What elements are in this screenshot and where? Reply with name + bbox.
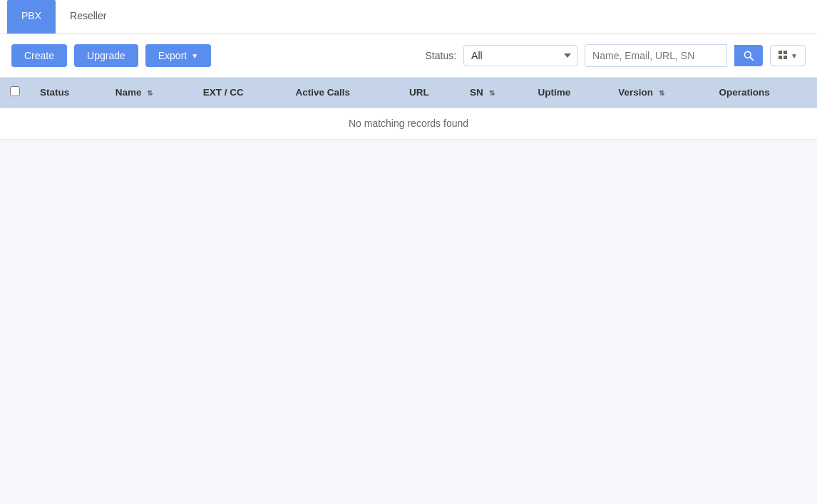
export-arrow-icon: ▼ bbox=[191, 52, 198, 60]
status-label: Status: bbox=[426, 50, 457, 61]
export-button[interactable]: Export ▼ bbox=[145, 44, 211, 67]
tab-reseller[interactable]: Reseller bbox=[56, 0, 120, 34]
toolbar-right: Status: All Online Offline ▼ bbox=[426, 44, 806, 67]
sort-name-icon: ⇅ bbox=[147, 89, 153, 97]
export-label: Export bbox=[158, 50, 187, 61]
tab-bar: PBX Reseller bbox=[0, 0, 817, 34]
svg-line-1 bbox=[750, 57, 753, 60]
col-version[interactable]: Version ⇅ bbox=[608, 78, 709, 108]
table-body: No matching records found bbox=[0, 108, 817, 140]
empty-message: No matching records found bbox=[0, 108, 817, 140]
col-active-calls: Active Calls bbox=[285, 78, 399, 108]
select-all-col bbox=[0, 78, 30, 108]
tab-pbx[interactable]: PBX bbox=[7, 0, 56, 34]
grid-icon bbox=[778, 50, 789, 61]
search-input[interactable] bbox=[585, 44, 727, 67]
col-url: URL bbox=[399, 78, 460, 108]
status-select[interactable]: All Online Offline bbox=[463, 45, 577, 66]
svg-rect-4 bbox=[779, 56, 782, 59]
col-ext-cc: EXT / CC bbox=[193, 78, 286, 108]
sort-sn-icon: ⇅ bbox=[489, 89, 495, 97]
toolbar: Create Upgrade Export ▼ Status: All Onli… bbox=[0, 34, 817, 78]
col-status: Status bbox=[30, 78, 106, 108]
records-table: Status Name ⇅ EXT / CC Active Calls URL … bbox=[0, 78, 817, 140]
grid-view-button[interactable]: ▼ bbox=[770, 45, 806, 66]
col-operations: Operations bbox=[709, 78, 817, 108]
sort-version-icon: ⇅ bbox=[659, 89, 664, 97]
col-uptime: Uptime bbox=[528, 78, 609, 108]
grid-dropdown-icon: ▼ bbox=[791, 52, 798, 60]
search-button[interactable] bbox=[734, 45, 763, 66]
svg-rect-5 bbox=[783, 56, 787, 59]
search-icon bbox=[743, 50, 754, 61]
select-all-checkbox[interactable] bbox=[10, 86, 20, 96]
svg-rect-3 bbox=[783, 51, 787, 54]
table-header: Status Name ⇅ EXT / CC Active Calls URL … bbox=[0, 78, 817, 108]
col-name[interactable]: Name ⇅ bbox=[106, 78, 193, 108]
create-button-wrap: Create bbox=[11, 44, 67, 67]
table-container: Status Name ⇅ EXT / CC Active Calls URL … bbox=[0, 78, 817, 140]
svg-rect-2 bbox=[779, 51, 782, 54]
col-sn[interactable]: SN ⇅ bbox=[460, 78, 528, 108]
upgrade-button[interactable]: Upgrade bbox=[74, 44, 138, 67]
empty-row: No matching records found bbox=[0, 108, 817, 140]
create-button[interactable]: Create bbox=[11, 44, 67, 67]
